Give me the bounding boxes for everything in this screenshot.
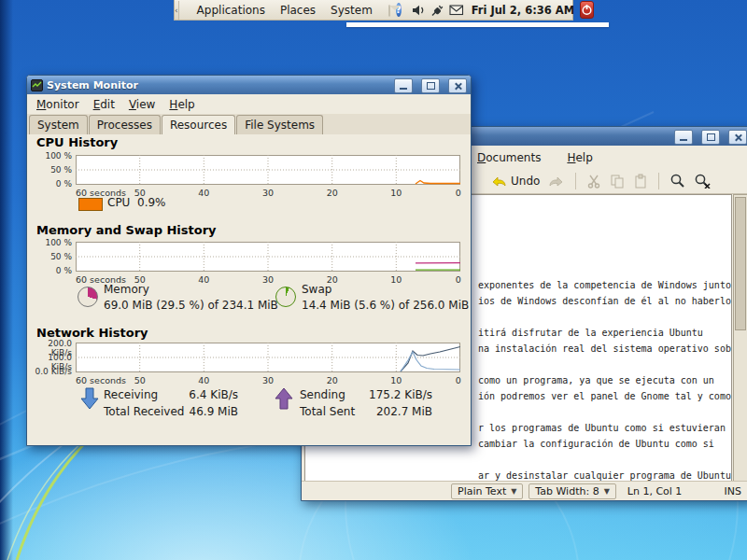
paste-icon [633,174,648,189]
sending-label: Sending [300,388,345,401]
shutdown-button[interactable] [580,1,594,19]
memory-value: 69.0 MiB (29.5 %) of 234.1 MiB [104,299,278,312]
cpu-ytick: 100 % [27,151,72,161]
cpu-ytick: 50 % [27,165,72,175]
undo-button[interactable]: Undo [490,174,540,189]
network-history-chart [76,343,460,372]
cpu-legend-label: CPU [107,196,130,209]
memory-history-chart [76,242,460,272]
menu-edit[interactable]: Edit [88,96,120,113]
toolbar-separator [575,173,576,189]
sending-value: 175.2 KiB/s [359,388,432,401]
gedit-maximize-button[interactable] [701,130,720,145]
cpu-legend-swatch [78,198,103,211]
scrollbar-thumb[interactable] [735,197,746,330]
mail-icon[interactable] [449,4,464,16]
memory-ytick: 100 % [27,238,72,247]
sysmon-tabbar: System Processes Resources File Systems [27,114,471,135]
memory-pie-icon [78,287,98,307]
gedit-close-button[interactable] [728,130,747,145]
undo-icon [490,174,507,189]
total-received-value: 46.9 MiB [167,405,238,418]
gedit-menu-help[interactable]: Help [561,149,598,166]
swap-value: 14.4 MiB (5.6 %) of 256.0 MiB [302,299,469,312]
cursor-position: Ln 1, Col 1 [627,485,683,497]
total-sent-label: Total Sent [300,405,355,418]
search-replace-icon [694,173,712,189]
swap-pie-icon [275,287,296,307]
cpu-history-heading: CPU History [36,135,118,149]
menu-monitor[interactable]: Monitor [31,96,85,113]
copy-button[interactable] [610,174,625,189]
desktop: ‹ Applications Places System [0,0,747,560]
chevron-down-icon: ▼ [511,487,516,496]
clock[interactable]: Fri Jul 2, 6:36 AM [472,4,574,17]
network-plug-icon[interactable] [430,4,444,17]
gedit-menu-documents[interactable]: Documents [472,149,546,166]
insert-mode: INS [725,485,741,497]
network-ytick: 0.0 KiB/s [27,367,72,376]
tab-resources[interactable]: Resources [162,115,235,135]
undo-label: Undo [511,175,540,188]
power-icon [581,4,593,16]
cpu-legend-value: 0.9% [137,196,166,209]
redo-button[interactable] [548,174,565,189]
menu-system[interactable]: System [323,0,380,21]
language-dropdown[interactable]: Plain Text ▼ [451,483,523,499]
language-label: Plain Text [458,485,506,497]
redo-icon [548,174,565,189]
paste-button[interactable] [633,174,648,189]
minimize-icon [400,88,407,90]
menu-applications[interactable]: Applications [190,0,273,21]
sysmon-minimize-button[interactable] [394,78,413,93]
window-title: System Monitor [47,79,138,91]
network-xticks: 60 seconds 50 40 30 20 10 0 [76,375,460,386]
cpu-history-chart [76,155,460,185]
chevron-down-icon: ▼ [604,487,610,496]
receiving-label: Receiving [104,388,158,401]
software-update-icon[interactable] [388,5,390,17]
tab-system[interactable]: System [29,115,88,134]
search-icon [669,173,685,189]
tab-file-systems[interactable]: File Systems [236,115,323,134]
copy-icon [610,174,625,189]
receiving-value: 6.4 KiB/s [167,388,238,401]
sysmon-maximize-button[interactable] [421,78,440,93]
receiving-arrow-icon [79,386,100,411]
menu-help[interactable]: Help [163,96,200,113]
maximize-icon [427,82,435,90]
sysmon-menubar: Monitor Edit View Help [27,94,471,115]
panel-hide-button[interactable]: ‹ [175,1,179,20]
tab-processes[interactable]: Processes [89,115,161,134]
tab-width-dropdown[interactable]: Tab Width: 8 ▼ [529,483,615,499]
maximize-icon [707,133,715,141]
system-monitor-icon [31,79,43,91]
network-history-heading: Network History [36,326,148,340]
cpu-xticks: 60 seconds 50 40 30 20 10 0 [76,188,460,199]
cpu-ytick: 0 % [27,179,72,189]
tab-width-label: Tab Width: 8 [535,485,599,497]
document-text: exponentes de la competencia de Windows … [478,277,732,482]
sysmon-close-button[interactable] [448,78,467,93]
replace-button[interactable] [694,173,712,189]
minimize-icon [680,139,687,141]
notification-area [412,4,464,17]
cut-button[interactable] [586,174,601,189]
volume-icon[interactable] [412,4,426,17]
menu-view[interactable]: View [123,96,161,113]
memory-ytick: 0 % [27,266,72,275]
gedit-scrollbar[interactable] [733,194,747,482]
menu-places[interactable]: Places [273,0,323,21]
system-monitor-window: System Monitor Monitor Edit View Help Sy… [26,75,472,446]
gedit-minimize-button[interactable] [674,130,693,145]
swap-label: Swap [302,283,331,296]
find-button[interactable] [669,173,685,189]
sending-arrow-icon [274,386,294,411]
total-sent-value: 202.7 MiB [359,405,432,418]
memory-ytick: 50 % [27,252,72,261]
toolbar-separator [658,173,659,189]
cut-icon [586,174,601,189]
close-icon [454,82,462,91]
close-icon [734,133,742,142]
system-monitor-titlebar[interactable]: System Monitor [27,76,471,94]
